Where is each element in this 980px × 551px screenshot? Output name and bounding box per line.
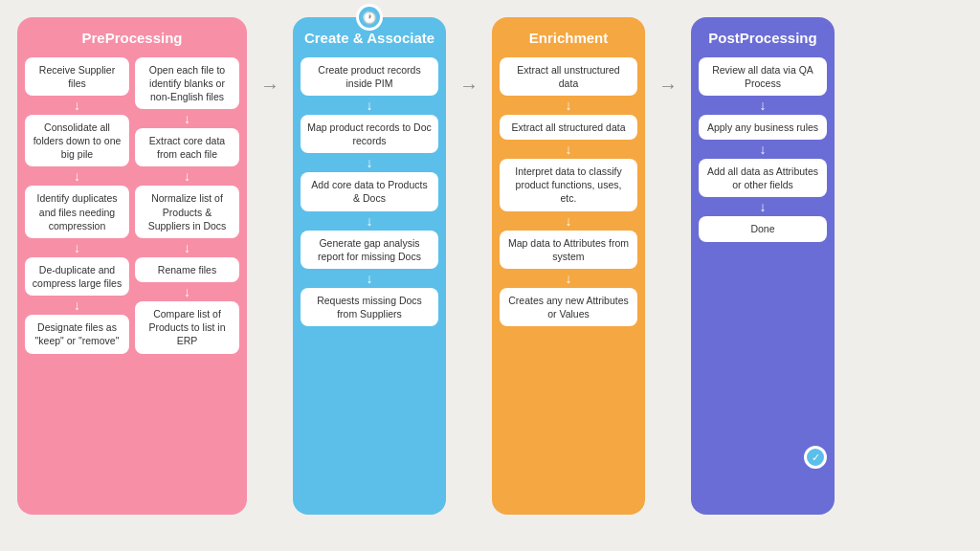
diagram: PreProcessing Receive Supplier files ↓ C… <box>0 0 980 551</box>
arrow-7: ↓ <box>184 241 190 254</box>
preprocessing-title: PreProcessing <box>81 29 182 48</box>
arrow-create-to-enrich: → <box>456 75 482 97</box>
arrow-e3: ↓ <box>566 214 572 228</box>
pre-right-2: Extract core data from each file <box>135 128 239 166</box>
pre-left-2: Consolidate all folders down to one big … <box>25 115 129 167</box>
enrich-1: Extract all unstructured data <box>500 57 637 96</box>
arrow-e4: ↓ <box>566 272 572 285</box>
arrow-p2: ↓ <box>760 143 767 156</box>
create-5: Requests missing Docs from Suppliers <box>301 288 438 326</box>
check-badge: ✓ <box>804 446 827 469</box>
enrichment-items: Extract all unstructured data ↓ Extract … <box>500 57 637 504</box>
pre-right-1: Open each file to identify blanks or non… <box>135 57 239 110</box>
create-2: Map product records to Doc records <box>301 115 438 153</box>
postprocessing-title: PostProcessing <box>708 29 816 48</box>
arrow-4: ↓ <box>74 298 80 312</box>
col-postprocessing: PostProcessing Review all data via QA Pr… <box>691 17 835 515</box>
pre-left-1: Receive Supplier files <box>25 57 129 96</box>
arrow-enrich-to-post: → <box>655 75 681 97</box>
create-3: Add core data to Products & Docs <box>301 172 438 210</box>
arrow-c3: ↓ <box>367 214 373 228</box>
pre-right-4: Rename files <box>135 257 239 282</box>
arrow-c4: ↓ <box>367 272 373 285</box>
pre-left-4: De-duplicate and compress large files <box>25 257 129 296</box>
arrow-8: ↓ <box>184 285 190 298</box>
clock-badge: 🕐 <box>356 4 383 31</box>
pre-left-5: Designate files as "keep" or "remove" <box>25 315 129 353</box>
enrich-2: Extract all structured data <box>500 115 637 140</box>
postprocessing-items: Review all data via QA Process ↓ Apply a… <box>699 57 827 504</box>
preprocessing-right: Open each file to identify blanks or non… <box>135 57 239 354</box>
arrow-3: ↓ <box>74 241 80 254</box>
post-1: Review all data via QA Process <box>699 57 827 96</box>
col-preprocessing: PreProcessing Receive Supplier files ↓ C… <box>17 17 247 515</box>
enrichment-title: Enrichment <box>529 29 609 48</box>
enrich-4: Map data to Attributes from system <box>500 231 637 269</box>
arrow-5: ↓ <box>184 112 190 125</box>
pre-right-5: Compare list of Products to list in ERP <box>135 301 239 354</box>
col-create: 🕐 Create & Associate Create product reco… <box>293 17 446 515</box>
arrow-e1: ↓ <box>566 99 572 112</box>
post-3: Add all data as Attributes or other fiel… <box>699 159 827 197</box>
arrow-1: ↓ <box>74 99 80 112</box>
create-1: Create product records inside PIM <box>301 57 438 96</box>
arrow-p1: ↓ <box>760 99 767 112</box>
arrow-p3: ↓ <box>760 200 767 213</box>
arrow-pre-to-create: → <box>256 75 283 97</box>
create-title: Create & Associate <box>304 29 434 48</box>
arrow-c1: ↓ <box>367 99 373 112</box>
enrich-3: Interpret data to classify product funct… <box>500 159 637 211</box>
preprocessing-left: Receive Supplier files ↓ Consolidate all… <box>25 57 129 354</box>
post-4: Done <box>699 216 827 241</box>
pre-left-3: Identify duplicates and files needing co… <box>25 186 129 238</box>
arrow-2: ↓ <box>74 169 80 183</box>
pre-right-3: Normalize list of Products & Suppliers i… <box>135 186 239 238</box>
col-enrichment: Enrichment Extract all unstructured data… <box>492 17 645 515</box>
post-2: Apply any business rules <box>699 115 827 140</box>
arrow-6: ↓ <box>184 169 190 183</box>
create-4: Generate gap analysis report for missing… <box>301 231 438 269</box>
enrich-5: Creates any new Attributes or Values <box>500 288 637 326</box>
arrow-e2: ↓ <box>566 143 572 156</box>
create-items: Create product records inside PIM ↓ Map … <box>301 57 438 504</box>
arrow-c2: ↓ <box>367 156 373 169</box>
